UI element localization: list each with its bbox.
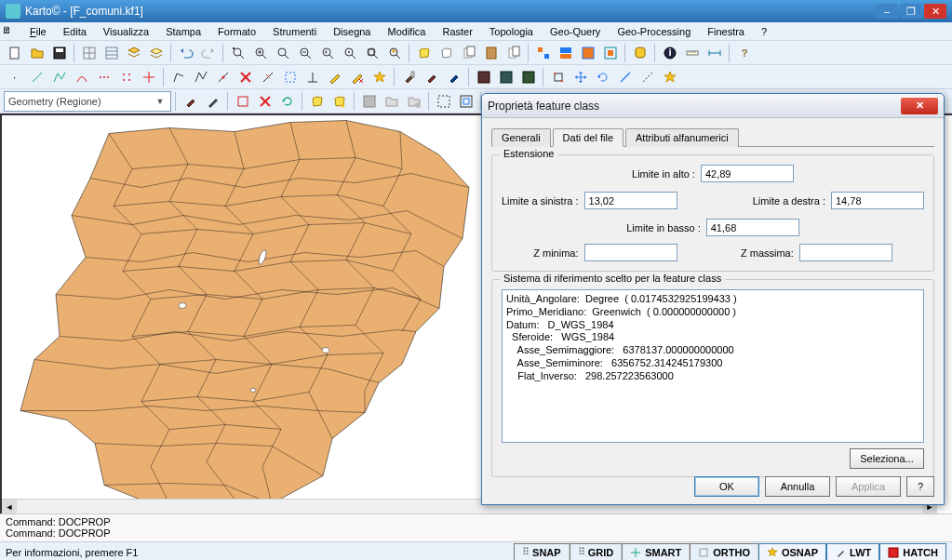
status-snap[interactable]: ⠿SNAP	[514, 543, 570, 560]
info-icon[interactable]: i	[659, 43, 680, 63]
doc-copy-icon[interactable]	[503, 43, 524, 63]
refresh-icon[interactable]	[276, 91, 298, 112]
copy-icon[interactable]	[458, 43, 479, 63]
sel2-icon[interactable]	[455, 91, 476, 112]
redo-icon[interactable]	[197, 43, 219, 63]
minimize-button[interactable]: –	[876, 4, 898, 19]
zoom-prev-icon[interactable]	[316, 43, 338, 63]
cut-line-icon[interactable]	[257, 67, 278, 87]
poly-clip-icon[interactable]	[436, 43, 457, 63]
move-icon[interactable]	[570, 67, 591, 87]
menu-edita[interactable]: Edita	[56, 24, 94, 39]
draw-pen-icon[interactable]	[202, 91, 223, 112]
zoom-in-icon[interactable]	[249, 43, 271, 63]
zoom-dyn-icon[interactable]	[339, 43, 360, 63]
menu-finestra[interactable]: Finestra	[700, 24, 752, 39]
save2-icon[interactable]	[358, 91, 380, 112]
input-zmax[interactable]	[799, 244, 892, 261]
brush2-icon[interactable]	[421, 67, 442, 87]
zoom-out-icon[interactable]	[294, 43, 315, 63]
srs-textarea[interactable]: Unità_Angolare: Degree ( 0.0174532925199…	[502, 289, 924, 443]
dots-grid-icon[interactable]	[115, 67, 137, 87]
sel1-icon[interactable]	[433, 91, 454, 112]
status-smart[interactable]: SMART	[622, 543, 690, 560]
color4-icon[interactable]	[599, 43, 621, 63]
line-icon[interactable]	[26, 67, 47, 87]
point-icon[interactable]: ·	[4, 67, 25, 87]
poly-star-icon[interactable]	[329, 91, 350, 112]
menu-disegna[interactable]: Disegna	[326, 24, 378, 39]
dialog-help-button[interactable]: ?	[906, 476, 934, 497]
red-sq-icon[interactable]	[232, 91, 253, 112]
undo-icon[interactable]	[175, 43, 196, 63]
brush-icon[interactable]	[398, 67, 420, 87]
geometry-combo[interactable]: Geometry (Regione) ▼	[4, 91, 171, 112]
scroll-left-icon[interactable]: ◄	[2, 500, 17, 513]
tab-generali[interactable]: Generali	[491, 128, 551, 147]
command-area[interactable]: Command: DOCPROP Command: DOCPROP	[0, 513, 952, 541]
new-icon[interactable]	[4, 43, 25, 63]
polyline-icon[interactable]	[48, 67, 70, 87]
layers2-icon[interactable]	[145, 43, 167, 63]
paste-icon[interactable]	[480, 43, 502, 63]
status-grid[interactable]: ⠿GRID	[570, 543, 623, 560]
menu-topologia[interactable]: Topologia	[482, 24, 541, 39]
ruler-icon[interactable]	[681, 43, 703, 63]
annulla-button[interactable]: Annulla	[765, 476, 830, 497]
brush3-icon[interactable]	[443, 67, 464, 87]
edge1-icon[interactable]	[168, 67, 189, 87]
input-top[interactable]	[701, 165, 794, 182]
draw-brush-icon[interactable]	[180, 91, 201, 112]
status-lwt[interactable]: LWT	[826, 543, 879, 560]
maximize-button[interactable]: ❐	[900, 4, 922, 19]
grid1-icon[interactable]	[78, 43, 100, 63]
dialog-close-button[interactable]: ✕	[901, 98, 938, 114]
input-zmin[interactable]	[584, 244, 677, 261]
sq-dots-icon[interactable]	[547, 67, 569, 87]
input-right[interactable]	[831, 192, 924, 209]
ok-button[interactable]: OK	[694, 476, 759, 497]
zoom-layer-icon[interactable]	[383, 43, 405, 63]
star-icon[interactable]	[369, 67, 390, 87]
red-x-icon[interactable]	[254, 91, 275, 112]
open2-icon[interactable]	[381, 91, 402, 112]
input-left[interactable]	[584, 192, 677, 209]
dash-line-icon[interactable]	[637, 67, 658, 87]
menu-help[interactable]: ?	[754, 24, 774, 39]
status-osnap[interactable]: OSNAP	[758, 543, 826, 560]
poly-tool-icon[interactable]	[306, 91, 328, 112]
color1-icon[interactable]	[532, 43, 554, 63]
edge2-icon[interactable]	[190, 67, 211, 87]
perp-icon[interactable]	[302, 67, 323, 87]
zoom-extent-icon[interactable]	[227, 43, 248, 63]
grid2-icon[interactable]	[101, 43, 122, 63]
poly-yellow-icon[interactable]	[413, 43, 435, 63]
menu-modifica[interactable]: Modifica	[380, 24, 433, 39]
help-icon[interactable]: ?	[733, 43, 755, 63]
menu-formato[interactable]: Formato	[210, 24, 263, 39]
menu-strumenti[interactable]: Strumenti	[265, 24, 324, 39]
db-icon[interactable]	[629, 43, 650, 63]
menu-geoproc[interactable]: Geo-Processing	[610, 24, 698, 39]
save-icon[interactable]	[48, 43, 70, 63]
dots-h-icon[interactable]	[93, 67, 114, 87]
tab-attributi[interactable]: Attributi alfanumerici	[625, 128, 739, 147]
hatch3-icon[interactable]	[517, 67, 539, 87]
seleziona-button[interactable]: Seleziona...	[850, 448, 924, 469]
layers-icon[interactable]	[123, 43, 144, 63]
status-ortho[interactable]: ORTHO	[690, 543, 758, 560]
color3-icon[interactable]	[577, 43, 598, 63]
input-bottom[interactable]	[706, 219, 799, 236]
open-icon[interactable]	[26, 43, 47, 63]
menu-raster[interactable]: Raster	[435, 24, 479, 39]
open3-icon[interactable]	[403, 91, 424, 112]
menu-visualizza[interactable]: Visualizza	[96, 24, 156, 39]
line-tool-icon[interactable]	[614, 67, 636, 87]
pencil-icon[interactable]	[324, 67, 345, 87]
zoom-window-icon[interactable]	[272, 43, 293, 63]
menu-stampa[interactable]: Stampa	[158, 24, 208, 39]
edge3-icon[interactable]	[212, 67, 234, 87]
hatch1-icon[interactable]	[473, 67, 494, 87]
star2-icon[interactable]	[659, 67, 680, 87]
arc-icon[interactable]	[71, 67, 92, 87]
